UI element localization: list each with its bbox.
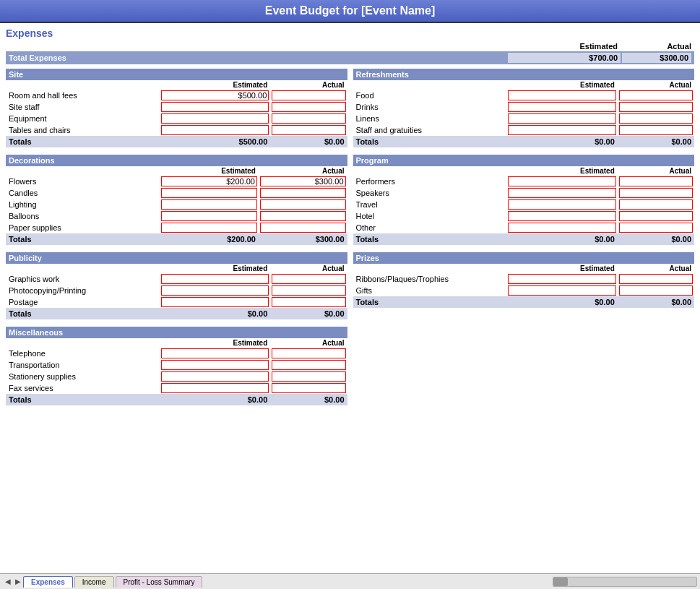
miscellaneous-totals-actual: $0.00 bbox=[270, 394, 347, 405]
horizontal-scrollbar[interactable] bbox=[553, 577, 697, 587]
decorations-row-2-estimated[interactable] bbox=[161, 199, 257, 210]
program-row-4-actual[interactable] bbox=[619, 223, 693, 233]
miscellaneous-header: Miscellaneous bbox=[6, 327, 347, 338]
refreshments-row-0-estimated[interactable] bbox=[508, 90, 616, 100]
prizes-row-0-actual[interactable] bbox=[619, 274, 693, 284]
program-row-2-actual[interactable] bbox=[619, 199, 693, 210]
program-row-4-estimated[interactable] bbox=[508, 223, 616, 233]
refreshments-row-0-actual[interactable] bbox=[619, 90, 693, 100]
decorations-row-4-estimated[interactable] bbox=[161, 223, 257, 233]
program-row-2-estimated[interactable] bbox=[508, 199, 616, 210]
prizes-row-0-estimated[interactable] bbox=[508, 274, 616, 284]
refreshments-row-3-actual[interactable] bbox=[619, 125, 693, 135]
program-totals-actual: $0.00 bbox=[618, 233, 694, 245]
table-decorations: DecorationsEstimatedActualFlowers$200.00… bbox=[6, 155, 347, 245]
decorations-row-4: Paper supplies bbox=[6, 222, 347, 233]
site-row-0-actual[interactable] bbox=[272, 90, 345, 100]
miscellaneous-actual-col-header: Actual bbox=[270, 338, 347, 348]
publicity-row-1-label: Photocopying/Printing bbox=[6, 285, 160, 296]
prizes-row-1-estimated[interactable] bbox=[508, 285, 616, 296]
miscellaneous-row-2: Stationery supplies bbox=[6, 371, 347, 382]
table-miscellaneous: MiscellaneousEstimatedActualTelephoneTra… bbox=[6, 327, 347, 405]
miscellaneous-row-3-actual[interactable] bbox=[272, 383, 345, 393]
site-row-1-estimated[interactable] bbox=[161, 102, 269, 112]
publicity-row-2-estimated[interactable] bbox=[161, 297, 269, 307]
publicity-row-1-actual[interactable] bbox=[272, 285, 345, 296]
tab-next-btn[interactable]: ▶ bbox=[13, 577, 23, 585]
tab-income[interactable]: Income bbox=[74, 576, 114, 588]
miscellaneous-row-3-estimated[interactable] bbox=[161, 383, 269, 393]
refreshments-totals-estimated: $0.00 bbox=[506, 136, 618, 147]
refreshments-estimated-col-header: Estimated bbox=[506, 80, 618, 90]
miscellaneous-row-0: Telephone bbox=[6, 348, 347, 359]
refreshments-row-3-estimated[interactable] bbox=[508, 125, 616, 135]
miscellaneous-row-1-label: Transportation bbox=[6, 359, 160, 371]
prizes-header: Prizes bbox=[353, 252, 695, 264]
tab-bar: ◀ ▶ Expenses Income Profit - Loss Summar… bbox=[0, 573, 700, 589]
publicity-totals-actual: $0.00 bbox=[270, 308, 347, 319]
program-row-1-actual[interactable] bbox=[619, 188, 693, 198]
prizes-totals-label: Totals bbox=[353, 296, 507, 308]
tab-profit-loss[interactable]: Profit - Loss Summary bbox=[116, 576, 203, 588]
publicity-row-2-label: Postage bbox=[6, 296, 160, 308]
decorations-row-0-actual[interactable]: $300.00 bbox=[260, 176, 346, 186]
refreshments-row-2-actual[interactable] bbox=[619, 113, 693, 124]
tab-expenses[interactable]: Expenses bbox=[23, 576, 73, 588]
site-row-3-actual[interactable] bbox=[272, 125, 345, 135]
publicity-col-headers: EstimatedActual bbox=[6, 264, 347, 273]
site-row-2-estimated[interactable] bbox=[161, 113, 269, 124]
decorations-row-1-actual[interactable] bbox=[260, 188, 346, 198]
tables-layout: SiteEstimatedActualRoom and hall fees$50… bbox=[6, 69, 694, 413]
decorations-row-3: Balloons bbox=[6, 210, 347, 222]
publicity-row-1-estimated[interactable] bbox=[161, 285, 269, 296]
decorations-row-0-estimated[interactable]: $200.00 bbox=[161, 176, 257, 186]
site-row-0-estimated[interactable]: $500.00 bbox=[161, 90, 269, 100]
table-program: ProgramEstimatedActualPerformersSpeakers… bbox=[353, 155, 695, 245]
scrollbar-thumb bbox=[553, 577, 568, 586]
refreshments-row-1-estimated[interactable] bbox=[508, 102, 616, 112]
decorations-row-3-actual[interactable] bbox=[260, 211, 346, 221]
total-expenses-row: Total Expenses $700.00 $300.00 bbox=[6, 51, 694, 64]
miscellaneous-totals-estimated: $0.00 bbox=[160, 394, 271, 405]
miscellaneous-row-2-actual[interactable] bbox=[272, 371, 345, 382]
program-row-3-actual[interactable] bbox=[619, 211, 693, 221]
miscellaneous-row-2-estimated[interactable] bbox=[161, 371, 269, 382]
refreshments-row-2-label: Linens bbox=[353, 113, 507, 124]
decorations-row-1-estimated[interactable] bbox=[161, 188, 257, 198]
decorations-row-2: Lighting bbox=[6, 199, 347, 210]
decorations-row-3-estimated[interactable] bbox=[161, 211, 257, 221]
refreshments-row-2-estimated[interactable] bbox=[508, 113, 616, 124]
refreshments-row-3: Staff and gratuities bbox=[353, 124, 695, 136]
publicity-row-0-estimated[interactable] bbox=[161, 274, 269, 284]
program-row-3-estimated[interactable] bbox=[508, 211, 616, 221]
decorations-totals-row: Totals$200.00$300.00 bbox=[6, 233, 347, 245]
program-row-1-estimated[interactable] bbox=[508, 188, 616, 198]
prizes-totals-actual: $0.00 bbox=[618, 296, 694, 308]
refreshments-row-1-actual[interactable] bbox=[619, 102, 693, 112]
miscellaneous-row-1-estimated[interactable] bbox=[161, 360, 269, 370]
publicity-row-0-label: Graphics work bbox=[6, 273, 160, 285]
program-totals-label: Totals bbox=[353, 233, 507, 245]
tab-prev-btn[interactable]: ◀ bbox=[3, 577, 13, 585]
publicity-row-2-actual[interactable] bbox=[272, 297, 345, 307]
site-row-2-actual[interactable] bbox=[272, 113, 345, 124]
publicity-row-0: Graphics work bbox=[6, 273, 347, 285]
prizes-row-0: Ribbons/Plaques/Trophies bbox=[353, 273, 695, 285]
prizes-totals-row: Totals$0.00$0.00 bbox=[353, 296, 695, 308]
site-row-1-actual[interactable] bbox=[272, 102, 345, 112]
decorations-row-4-actual[interactable] bbox=[260, 223, 346, 233]
publicity-row-0-actual[interactable] bbox=[272, 274, 345, 284]
prizes-row-1-actual[interactable] bbox=[619, 285, 693, 296]
decorations-row-2-actual[interactable] bbox=[260, 199, 346, 210]
program-totals-estimated: $0.00 bbox=[506, 233, 618, 245]
global-actual-header: Actual bbox=[622, 42, 694, 51]
miscellaneous-row-0-actual[interactable] bbox=[272, 348, 345, 358]
prizes-row-0-label: Ribbons/Plaques/Trophies bbox=[353, 273, 507, 285]
miscellaneous-row-1-actual[interactable] bbox=[272, 360, 345, 370]
miscellaneous-row-0-estimated[interactable] bbox=[161, 348, 269, 358]
program-row-1-label: Speakers bbox=[353, 187, 507, 199]
program-row-2: Travel bbox=[353, 199, 695, 210]
program-row-0-actual[interactable] bbox=[619, 176, 693, 186]
site-row-3-estimated[interactable] bbox=[161, 125, 269, 135]
program-row-0-estimated[interactable] bbox=[508, 176, 616, 186]
